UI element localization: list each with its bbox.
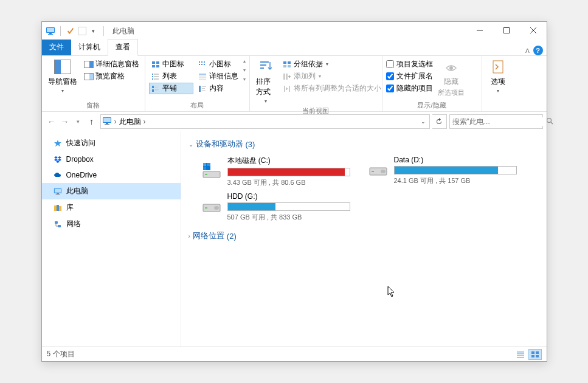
layout-details[interactable]: 详细信息 xyxy=(196,71,241,82)
section-devices-header[interactable]: ⌄ 设备和驱动器 (3) xyxy=(189,136,539,152)
forward-button[interactable]: → xyxy=(59,116,71,128)
details-view-toggle[interactable] xyxy=(514,349,527,360)
svg-rect-35 xyxy=(204,64,205,65)
ribbon: 导航窗格 ▾ 详细信息窗格 预览窗格 窗格 中图标 列表 平铺 小图标 xyxy=(42,56,547,112)
svg-rect-1 xyxy=(47,28,54,32)
options-label: 选项 xyxy=(491,77,505,87)
address-bar[interactable]: › 此电脑 › ⌄ xyxy=(100,114,430,129)
hide-selected-label: 隐藏 xyxy=(444,77,458,87)
maximize-button[interactable] xyxy=(493,22,520,39)
search-box[interactable] xyxy=(449,114,543,129)
svg-rect-88 xyxy=(531,351,534,354)
svg-point-80 xyxy=(381,170,386,173)
svg-point-61 xyxy=(547,118,551,122)
preview-pane-button[interactable]: 预览窗格 xyxy=(82,71,141,82)
search-icon xyxy=(546,117,553,126)
section-title: 设备和驱动器 xyxy=(196,139,243,150)
layout-scroll-down[interactable]: ▾ xyxy=(243,67,246,73)
details-pane-button[interactable]: 详细信息窗格 xyxy=(82,58,141,70)
minimize-button[interactable] xyxy=(466,22,493,39)
options-button[interactable]: 选项 ▾ xyxy=(486,57,510,95)
ribbon-group-current-view: 排序方式 ▾ 分组依据▾ 添加列▾ 将所有列调整为合适的大小 当前视图 xyxy=(250,56,382,111)
layout-more[interactable]: ▾ xyxy=(243,77,246,82)
breadcrumb-location[interactable]: 此电脑 xyxy=(119,117,141,127)
layout-tiles[interactable]: 平铺 xyxy=(149,83,194,94)
item-checkboxes-toggle[interactable]: 项目复选框 xyxy=(386,58,433,70)
sidebar-item-label: 网络 xyxy=(66,219,81,229)
section-network-header[interactable]: › 网络位置 (2) xyxy=(189,228,539,244)
svg-rect-48 xyxy=(288,61,291,64)
drive-name: 本地磁盘 (C:) xyxy=(227,156,350,166)
properties-icon[interactable] xyxy=(66,26,75,36)
tiles-view-toggle[interactable] xyxy=(528,349,542,360)
sidebar-item-quick-access[interactable]: 快速访问 xyxy=(42,135,181,151)
svg-rect-68 xyxy=(57,205,59,211)
drive-usage-bar xyxy=(227,202,350,211)
svg-rect-34 xyxy=(201,64,202,65)
sidebar-item-libraries[interactable]: 库 xyxy=(42,199,181,216)
layout-content[interactable]: 内容 xyxy=(196,83,241,94)
layout-medium-icons[interactable]: 中图标 xyxy=(149,58,194,70)
layout-scroll-up[interactable]: ▴ xyxy=(243,58,246,64)
drive-item[interactable]: 本地磁盘 (C:)3.43 GB 可用 , 共 80.6 GB xyxy=(201,156,350,187)
address-dropdown-button[interactable]: ⌄ xyxy=(418,119,428,125)
breadcrumb-separator[interactable]: › xyxy=(144,117,146,126)
add-columns-button: 添加列▾ xyxy=(280,71,383,82)
drive-item[interactable]: HDD (G:)507 GB 可用 , 共 833 GB xyxy=(201,192,350,222)
section-count: (2) xyxy=(227,232,237,241)
tab-view[interactable]: 查看 xyxy=(108,39,138,56)
sidebar-item-network[interactable]: 网络 xyxy=(42,216,181,232)
app-icon xyxy=(46,26,55,36)
drive-icon xyxy=(201,196,223,218)
drive-usage-bar xyxy=(227,168,350,176)
sidebar-item-label: 库 xyxy=(66,202,74,213)
svg-rect-13 xyxy=(89,74,93,80)
sidebar-item-label: Dropbox xyxy=(66,155,94,164)
close-button[interactable] xyxy=(520,22,547,39)
svg-rect-77 xyxy=(203,167,206,170)
sidebar-item-dropbox[interactable]: Dropbox xyxy=(42,151,181,167)
layout-list[interactable]: 列表 xyxy=(149,71,194,82)
svg-rect-65 xyxy=(57,193,59,194)
sidebar-item-this-pc[interactable]: 此电脑 xyxy=(42,183,181,199)
back-button[interactable]: ← xyxy=(46,116,58,128)
group-by-button[interactable]: 分组依据▾ xyxy=(280,58,383,70)
section-title: 网络位置 xyxy=(193,230,224,241)
hidden-items-toggle[interactable]: 隐藏的项目 xyxy=(386,83,433,94)
svg-rect-2 xyxy=(49,33,52,34)
up-button[interactable]: ↑ xyxy=(86,116,98,128)
ribbon-collapse-button[interactable]: ᐱ xyxy=(525,47,530,54)
svg-rect-51 xyxy=(283,74,285,80)
search-input[interactable] xyxy=(452,117,544,126)
recent-locations-button[interactable]: ▾ xyxy=(72,116,85,128)
refresh-button[interactable] xyxy=(432,114,447,129)
tab-file[interactable]: 文件 xyxy=(42,40,71,55)
svg-rect-79 xyxy=(372,171,374,172)
sidebar-item-label: OneDrive xyxy=(66,171,97,179)
file-extensions-toggle[interactable]: 文件扩展名 xyxy=(386,71,433,82)
svg-rect-20 xyxy=(152,76,153,77)
sort-by-label: 排序方式 xyxy=(256,77,275,97)
navigation-pane-label: 导航窗格 xyxy=(48,77,77,87)
help-icon[interactable]: ? xyxy=(533,46,543,55)
svg-rect-15 xyxy=(156,61,159,64)
layout-small-icons[interactable]: 小图标 xyxy=(196,58,241,70)
svg-rect-59 xyxy=(106,123,108,124)
chevron-right-icon: › xyxy=(189,233,190,240)
drive-item[interactable]: Data (D:)24.1 GB 可用 , 共 157 GB xyxy=(367,156,517,187)
sort-by-button[interactable]: 排序方式 ▾ xyxy=(254,57,278,105)
qat-spacer-icon xyxy=(78,27,86,35)
qat-dropdown-icon[interactable]: ▾ xyxy=(89,26,99,36)
svg-rect-11 xyxy=(89,61,93,67)
svg-rect-73 xyxy=(205,174,207,175)
svg-rect-25 xyxy=(154,86,159,86)
navigation-pane-button[interactable]: 导航窗格 ▾ xyxy=(46,57,80,95)
svg-rect-49 xyxy=(283,65,286,67)
navigation-bar: ← → ▾ ↑ › 此电脑 › ⌄ xyxy=(42,112,547,131)
star-icon xyxy=(53,139,63,148)
tab-computer[interactable]: 计算机 xyxy=(71,40,108,55)
section-count: (3) xyxy=(246,140,255,149)
breadcrumb-separator[interactable]: › xyxy=(114,117,117,126)
svg-rect-46 xyxy=(260,67,264,69)
sidebar-item-onedrive[interactable]: OneDrive xyxy=(42,167,181,183)
